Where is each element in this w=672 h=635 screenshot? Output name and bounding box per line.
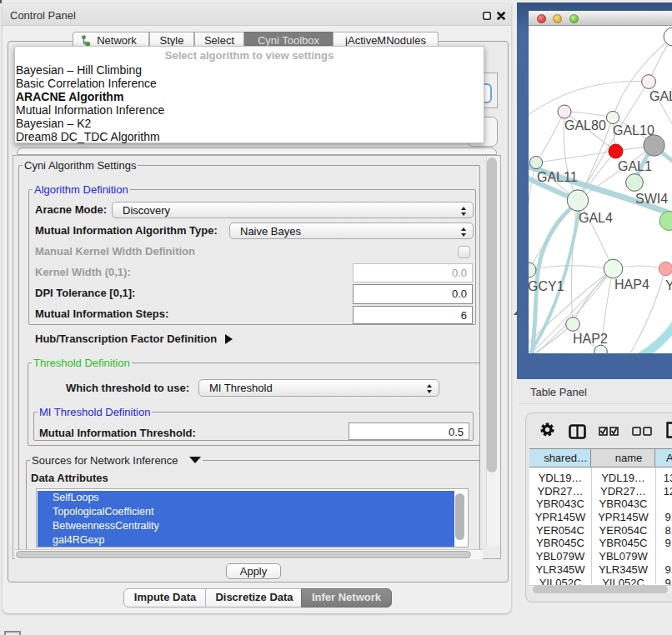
- svg-text:GAL1: GAL1: [618, 159, 652, 173]
- svg-text:YEL0: YEL0: [665, 278, 672, 292]
- svg-text:GCY1: GCY1: [529, 279, 564, 293]
- svg-text:GAL11: GAL11: [537, 170, 578, 184]
- svg-text:HAP4: HAP4: [614, 278, 649, 292]
- svg-text:GAL7: GAL7: [649, 89, 672, 103]
- svg-text:GAL80: GAL80: [564, 118, 606, 132]
- svg-text:GAL4: GAL4: [579, 211, 613, 225]
- svg-text:HAP2: HAP2: [573, 332, 608, 346]
- svg-text:SWI4: SWI4: [635, 192, 668, 206]
- svg-text:GAL10: GAL10: [613, 123, 654, 138]
